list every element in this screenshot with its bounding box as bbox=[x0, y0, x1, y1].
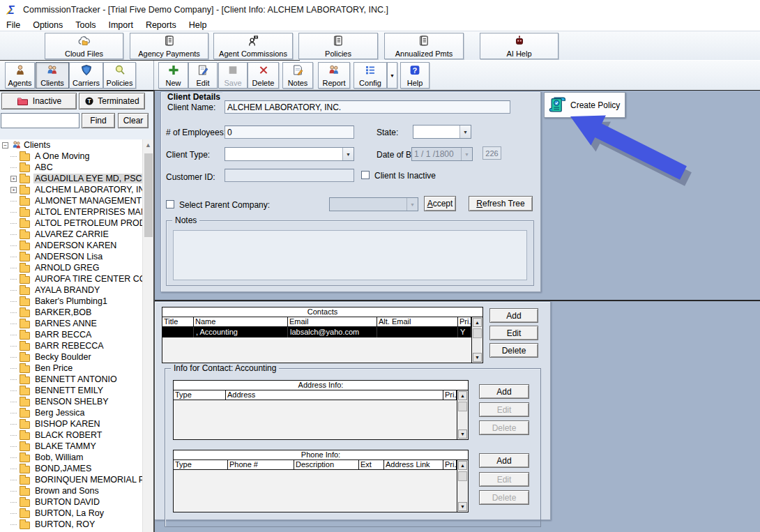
scroll-thumb[interactable] bbox=[458, 471, 467, 481]
tree-item-a-one-moving[interactable]: A One Moving bbox=[0, 151, 142, 162]
address-edit-button[interactable]: Edit bbox=[479, 402, 529, 417]
expand-icon[interactable]: + bbox=[10, 187, 17, 193]
tree-item-baker-s-plumbing1[interactable]: Baker's Plumbing1 bbox=[0, 296, 142, 307]
client-type-select[interactable]: ▼ bbox=[225, 147, 354, 161]
phone-edit-button[interactable]: Edit bbox=[479, 472, 529, 487]
notes-textarea[interactable] bbox=[173, 230, 527, 280]
tree-item-bennett-antonio[interactable]: BENNETT ANTONIO bbox=[0, 374, 142, 385]
tree-item-barr-rebecca[interactable]: BARR REBECCA bbox=[0, 340, 142, 351]
tree-item-almonet-management[interactable]: ALMONET MANAGEMENT ( bbox=[0, 195, 142, 206]
terminated-filter-button[interactable]: T Terminated bbox=[79, 93, 145, 109]
refresh-tree-button[interactable]: Refresh Tree bbox=[469, 196, 533, 211]
inactive-filter-button[interactable]: Inactive bbox=[1, 93, 77, 109]
scroll-down-icon[interactable]: ▼ bbox=[458, 430, 467, 439]
toolbar-button-report[interactable]: Report bbox=[318, 62, 350, 89]
tree-item-bond-james[interactable]: BOND,JAMES bbox=[0, 463, 142, 474]
scroll-up-icon[interactable]: ▲ bbox=[458, 391, 467, 400]
toolbar-button-config-dropdown[interactable]: ▼ bbox=[387, 62, 397, 89]
toolbar-button-cloud-files[interactable]: Cloud Files bbox=[45, 33, 123, 59]
address-add-button[interactable]: Add bbox=[479, 384, 529, 399]
tree-item-barnes-anne[interactable]: BARNES ANNE bbox=[0, 318, 142, 329]
expand-icon[interactable]: + bbox=[10, 176, 17, 182]
tree-item-anderson-lisa[interactable]: ANDERSON Lisa bbox=[0, 251, 142, 262]
tree-item-barr-becca[interactable]: BARR BECCA bbox=[0, 329, 142, 340]
menu-item-file[interactable]: File bbox=[0, 20, 26, 30]
state-select[interactable]: ▼ bbox=[413, 125, 471, 139]
tree-item-bennett-emily[interactable]: BENNETT EMILY bbox=[0, 385, 142, 396]
parent-company-checkbox[interactable] bbox=[166, 200, 174, 208]
toolbar-button-new[interactable]: New bbox=[158, 62, 188, 89]
menu-item-options[interactable]: Options bbox=[26, 20, 69, 30]
toolbar-button-notes[interactable]: Notes bbox=[282, 62, 313, 89]
toolbar-button-delete[interactable]: Delete bbox=[248, 62, 279, 89]
customer-id-field[interactable] bbox=[225, 169, 354, 182]
toolbar-button-config[interactable]: Config bbox=[354, 62, 387, 89]
client-inactive-checkbox[interactable] bbox=[361, 171, 370, 179]
contacts-row[interactable]: , Accountinglabsalch@yaho.comY bbox=[162, 327, 482, 337]
toolbar-button-edit[interactable]: Edit bbox=[188, 62, 218, 89]
chevron-down-icon[interactable]: ▼ bbox=[342, 148, 354, 160]
tree-item-abc[interactable]: ABC bbox=[0, 162, 142, 173]
tree-item-aurofa-tire-center-coi[interactable]: AUROFA TIRE CENTER COI bbox=[0, 273, 142, 284]
tree-item-bishop-karen[interactable]: BISHOP KAREN bbox=[0, 418, 142, 430]
scroll-thumb[interactable] bbox=[473, 328, 482, 338]
tree-item-berg-jessica[interactable]: Berg Jessica bbox=[0, 407, 142, 418]
tree-item-alchem-laboratory-in[interactable]: +ALCHEM LABORATORY, IN bbox=[0, 184, 142, 195]
tree-item-arnold-greg[interactable]: ARNOLD GREG bbox=[0, 262, 142, 273]
tree-item-ben-price[interactable]: Ben Price bbox=[0, 363, 142, 374]
toolbar-button-agents[interactable]: Agents bbox=[5, 62, 35, 89]
tree-item-alvarez-carrie[interactable]: ALVAREZ CARRIE bbox=[0, 229, 142, 240]
tree-scrollbar[interactable]: ▲ bbox=[142, 139, 153, 532]
scroll-up-icon[interactable]: ▲ bbox=[473, 318, 482, 327]
contacts-add-button[interactable]: Add bbox=[489, 308, 538, 323]
tree-item-blake-tammy[interactable]: BLAKE TAMMY bbox=[0, 441, 142, 452]
tree-item-anderson-karen[interactable]: ANDERSON KAREN bbox=[0, 240, 142, 251]
toolbar-button-agent-commissions[interactable]: Agent Commissions bbox=[213, 33, 293, 59]
tree-item-altol-petroleum-prodi[interactable]: ALTOL PETROLEUM PRODI bbox=[0, 218, 142, 229]
menu-item-reports[interactable]: Reports bbox=[139, 20, 183, 30]
menu-item-tools[interactable]: Tools bbox=[69, 20, 102, 30]
collapse-icon[interactable]: − bbox=[2, 142, 8, 149]
contacts-edit-button[interactable]: Edit bbox=[489, 326, 538, 340]
clear-button[interactable]: Clear bbox=[118, 113, 149, 128]
tree-item-bob-william[interactable]: Bob, William bbox=[0, 452, 142, 463]
create-policy-button[interactable]: Create Policy bbox=[544, 92, 625, 118]
scroll-up-icon[interactable]: ▲ bbox=[458, 461, 467, 470]
toolbar-button-ai-help[interactable]: AI Help bbox=[480, 33, 558, 59]
toolbar-button-agency-payments[interactable]: Agency Payments bbox=[130, 33, 208, 59]
tree-item-barker-bob[interactable]: BARKER,BOB bbox=[0, 307, 142, 318]
scroll-down-icon[interactable]: ▼ bbox=[473, 353, 482, 362]
tree-scroll-up-icon[interactable]: ▲ bbox=[143, 139, 153, 151]
tree-item-borinquen-memorial-pa[interactable]: BORINQUEN MEMORIAL PA bbox=[0, 474, 142, 485]
menu-item-import[interactable]: Import bbox=[102, 20, 139, 30]
find-button[interactable]: Find bbox=[82, 113, 115, 128]
phone-delete-button[interactable]: Delete bbox=[479, 490, 529, 505]
contacts-grid-scrollbar[interactable]: ▲▼ bbox=[471, 317, 482, 363]
toolbar-button-policies[interactable]: Policies bbox=[103, 62, 136, 89]
accept-button[interactable]: Accept bbox=[424, 196, 456, 211]
phone-add-button[interactable]: Add bbox=[479, 453, 529, 468]
toolbar-button-save[interactable]: Save bbox=[218, 62, 248, 89]
menu-item-help[interactable]: Help bbox=[183, 20, 213, 30]
client-search-input[interactable] bbox=[1, 113, 79, 128]
toolbar-button-policies[interactable]: Policies bbox=[298, 33, 378, 59]
tree-item-altol-enterprises-man[interactable]: ALTOL ENTERPRISES MAN bbox=[0, 206, 142, 218]
toolbar-button-carriers[interactable]: Carriers bbox=[69, 62, 103, 89]
tree-item-brown-and-sons[interactable]: Brown and Sons bbox=[0, 485, 142, 496]
address-delete-button[interactable]: Delete bbox=[479, 420, 529, 435]
tree-item-burton-david[interactable]: BURTON DAVID bbox=[0, 496, 142, 508]
tree-scroll-thumb[interactable] bbox=[144, 153, 153, 237]
tree-item-ayala-brandy[interactable]: AYALA BRANDY bbox=[0, 284, 142, 296]
tree-item-becky-boulder[interactable]: Becky Boulder bbox=[0, 351, 142, 363]
scroll-down-icon[interactable]: ▼ bbox=[458, 502, 467, 511]
phone-grid-scrollbar[interactable]: ▲▼ bbox=[457, 460, 468, 512]
contacts-delete-button[interactable]: Delete bbox=[489, 343, 538, 358]
client-name-field[interactable] bbox=[225, 100, 510, 114]
tree-item-benson-shelby[interactable]: BENSON SHELBY bbox=[0, 396, 142, 407]
employees-field[interactable] bbox=[225, 126, 354, 139]
chevron-down-icon[interactable]: ▼ bbox=[459, 126, 471, 138]
tree-root-clients[interactable]: −Clients bbox=[0, 139, 142, 151]
tree-item-black-robert[interactable]: BLACK ROBERT bbox=[0, 430, 142, 441]
address-grid-scrollbar[interactable]: ▲▼ bbox=[457, 390, 468, 439]
scroll-thumb[interactable] bbox=[458, 402, 467, 411]
